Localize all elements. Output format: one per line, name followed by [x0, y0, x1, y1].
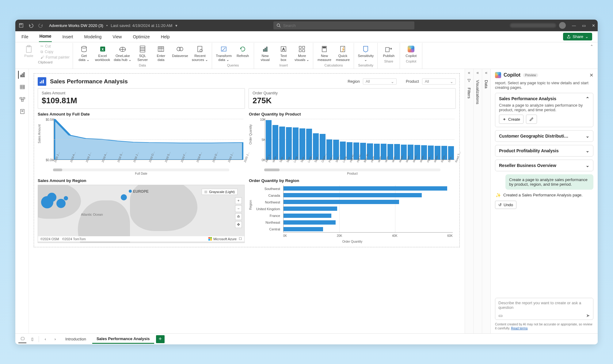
quick-measure-button[interactable]: Quick measure: [335, 44, 351, 63]
filter-product[interactable]: ProductAll: [406, 78, 456, 85]
zoom-in-icon[interactable]: +: [235, 197, 242, 204]
desktop-view-icon[interactable]: 🖵: [18, 335, 26, 343]
enter-data-button[interactable]: Enter data: [153, 44, 169, 63]
svg-rect-34: [20, 85, 25, 89]
svg-rect-37: [21, 100, 23, 101]
search-icon: [276, 23, 281, 28]
chevron-down-icon[interactable]: ⌄: [586, 163, 589, 168]
minimize-icon[interactable]: —: [572, 23, 576, 28]
model-view-icon[interactable]: [18, 95, 26, 103]
send-icon[interactable]: ➤: [586, 313, 590, 318]
transform-data-button[interactable]: Transform data ⌄: [215, 44, 232, 63]
chevron-down-icon[interactable]: ⌄: [586, 134, 589, 138]
chevron-down-icon[interactable]: ⌄: [586, 148, 589, 153]
map-style[interactable]: Grayscale (Light): [202, 189, 238, 195]
more-visuals-button[interactable]: More visuals ⌄: [294, 44, 310, 63]
dax-view-icon[interactable]: [18, 108, 26, 116]
data-pane-collapsed[interactable]: «Data: [482, 69, 490, 333]
report-view-icon[interactable]: [18, 71, 26, 79]
sparkle-icon: [496, 193, 501, 198]
chart-sales-by-region-map[interactable]: Sales Amount by Region Atlantic Ocean EU…: [38, 178, 245, 243]
close-icon[interactable]: ✕: [592, 23, 595, 28]
format-painter-button: 🖌 Format painter: [40, 55, 70, 59]
map-reset-icon[interactable]: ⟰: [235, 213, 242, 220]
menu-optimize[interactable]: Optimize: [132, 32, 150, 42]
undo-icon[interactable]: [28, 22, 34, 29]
page-title: Sales Performance Analysis: [50, 78, 128, 85]
attach-icon[interactable]: ▭: [498, 313, 503, 318]
add-page-button[interactable]: +: [156, 335, 165, 343]
page-tabs: 🖵 ▯ ‹ › Introduction Sales Performance A…: [15, 333, 598, 344]
menu-home[interactable]: Home: [39, 31, 52, 42]
next-page-icon[interactable]: ›: [51, 335, 59, 343]
title-bar: Adventure Works DW 2020 (3) • Last saved…: [15, 20, 598, 31]
report-canvas[interactable]: Sales Performance Analysis RegionAll Pro…: [34, 73, 460, 247]
share-button[interactable]: Share ⌄: [563, 33, 592, 40]
svg-rect-24: [303, 46, 305, 48]
svg-rect-23: [299, 46, 301, 48]
new-measure-button[interactable]: New measure: [316, 44, 332, 63]
read-terms-link[interactable]: Read terms: [511, 326, 527, 330]
chart-qty-by-product[interactable]: Order Quantity by Product Order Quantity…: [249, 112, 456, 175]
filters-pane-collapsed[interactable]: «▷Filters: [465, 69, 473, 333]
search-box[interactable]: [273, 21, 414, 29]
svg-rect-19: [265, 48, 266, 51]
map-lasso-icon[interactable]: ✥: [235, 221, 242, 228]
edit-button[interactable]: [526, 115, 537, 124]
text-box-button[interactable]: AText box: [276, 44, 291, 63]
user-name-blur: [510, 23, 556, 28]
svg-point-14: [179, 47, 183, 51]
menu-modeling[interactable]: Modeling: [83, 32, 102, 42]
viz-pane-collapsed[interactable]: «Visualizations: [473, 69, 482, 333]
sql-server-button[interactable]: SQL Server: [135, 44, 150, 63]
maximize-icon[interactable]: ▭: [582, 23, 586, 28]
excel-workbook-button[interactable]: XExcel workbook: [94, 44, 111, 63]
copilot-input[interactable]: Describe the report you want to create o…: [495, 298, 593, 320]
menu-help[interactable]: Help: [160, 32, 170, 42]
save-icon[interactable]: [18, 22, 25, 29]
avatar[interactable]: [559, 22, 566, 29]
svg-rect-1: [20, 24, 22, 25]
mobile-view-icon[interactable]: ▯: [28, 335, 36, 343]
scrollbar[interactable]: [264, 169, 440, 171]
group-share: Publish Share: [378, 43, 400, 69]
onelake-button[interactable]: OneLake data hub ⌄: [113, 44, 132, 63]
close-copilot-icon[interactable]: ✕: [589, 72, 593, 78]
chevron-up-icon[interactable]: ⌃: [586, 96, 589, 101]
suggestion-sales-performance[interactable]: Sales Performance Analysis⌃ Create a pag…: [495, 93, 593, 127]
get-data-button[interactable]: Get data ⌄: [76, 44, 92, 63]
filter-region[interactable]: RegionAll: [348, 78, 397, 85]
suggestion-product-profit[interactable]: Product Profitability Analysis⌄: [495, 145, 593, 157]
undo-button[interactable]: ↺Undo: [495, 201, 516, 209]
suggestion-reseller[interactable]: Reseller Business Overview⌄: [495, 160, 593, 171]
prev-page-icon[interactable]: ‹: [41, 335, 49, 343]
publish-button[interactable]: Publish: [381, 44, 397, 59]
tab-introduction[interactable]: Introduction: [61, 335, 90, 343]
zoom-out-icon[interactable]: −: [235, 205, 242, 212]
search-input[interactable]: [283, 23, 411, 28]
copilot-button[interactable]: Copilot: [403, 44, 419, 59]
file-name: Adventure Works DW 2020 (3): [49, 23, 103, 28]
card-order-qty[interactable]: Order Quantity 275K: [249, 88, 456, 109]
dataverse-button[interactable]: Dataverse: [171, 44, 188, 59]
new-visual-button[interactable]: New visual: [257, 44, 273, 63]
table-view-icon[interactable]: [18, 83, 26, 91]
card-sales-amount[interactable]: Sales Amount $109.81M: [38, 88, 245, 109]
recent-sources-button[interactable]: Recent sources ⌄: [191, 44, 209, 63]
svg-rect-28: [323, 47, 326, 48]
tab-sales-performance[interactable]: Sales Performance Analysis: [92, 335, 154, 344]
sensitivity-button[interactable]: Sensitivity⌄: [357, 44, 374, 63]
scrollbar[interactable]: [53, 169, 229, 171]
chart-qty-by-region[interactable]: Order Quantity by Region Region Southwes…: [249, 178, 456, 243]
menu-insert[interactable]: Insert: [62, 32, 74, 42]
create-button[interactable]: ＋Create: [499, 115, 524, 124]
collapse-ribbon-icon[interactable]: ⌃: [588, 43, 595, 50]
copilot-pane: Copilot Preview ✕ report. Select any pag…: [490, 69, 598, 333]
group-sensitivity: Sensitivity⌄ Sensitivity: [354, 43, 378, 69]
menu-file[interactable]: File: [21, 32, 29, 42]
chart-sales-by-date[interactable]: Sales Amount by Full Date Sales Amount $…: [38, 112, 245, 175]
suggestion-customer-geo[interactable]: Customer Geographic Distributi…⌄: [495, 130, 593, 142]
share-icon: [567, 35, 571, 39]
menu-view[interactable]: View: [112, 32, 122, 42]
refresh-button[interactable]: Refresh: [235, 44, 251, 59]
